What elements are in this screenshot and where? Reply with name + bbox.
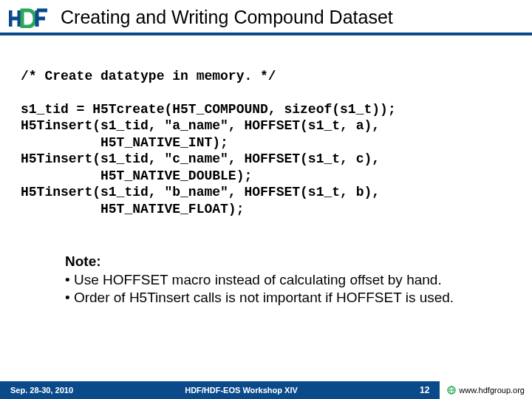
notes-block: Note: • Use HOFFSET macro instead of cal… [65,253,511,307]
footer-page-number: 12 [409,385,440,395]
slide-footer: Sep. 28-30, 2010 HDF/HDF-EOS Workshop XI… [0,381,532,399]
footer-site-label: www.hdfgroup.org [459,386,525,395]
notes-heading: Note: [65,253,511,271]
slide-header: Creating and Writing Compound Dataset [0,0,532,33]
footer-center: HDF/HDF-EOS Workshop XIV [73,386,409,395]
globe-icon [447,386,456,395]
footer-site: www.hdfgroup.org [440,381,532,399]
hdf-logo-icon [9,6,50,28]
code-block: s1_tid = H5Tcreate(H5T_COMPOUND, sizeof(… [21,101,511,218]
code-comment: /* Create datatype in memory. */ [21,68,511,85]
notes-bullet: • Use HOFFSET macro instead of calculati… [65,271,511,290]
notes-bullet: • Order of H5Tinsert calls is not import… [65,289,511,307]
slide-content: /* Create datatype in memory. */ s1_tid … [0,35,532,307]
footer-date: Sep. 28-30, 2010 [0,386,73,395]
slide-title: Creating and Writing Compound Dataset [61,7,393,28]
